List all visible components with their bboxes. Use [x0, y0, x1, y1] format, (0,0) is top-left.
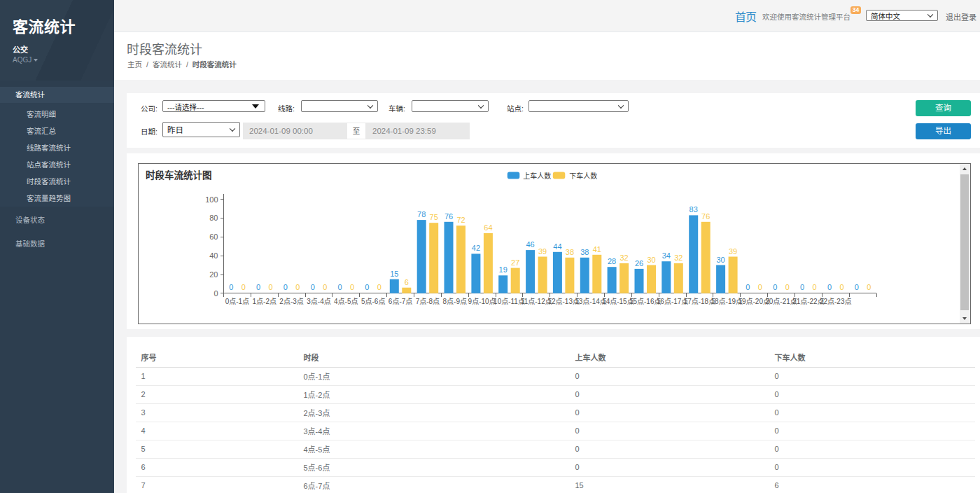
svg-text:0: 0 [350, 282, 354, 291]
svg-text:39: 39 [728, 246, 736, 255]
svg-text:0点-1点: 0点-1点 [225, 297, 248, 305]
svg-text:0: 0 [323, 282, 327, 291]
svg-text:32: 32 [620, 253, 628, 261]
svg-text:20: 20 [209, 270, 218, 279]
svg-text:6: 6 [404, 277, 408, 286]
svg-text:0: 0 [214, 289, 218, 297]
svg-text:0: 0 [800, 282, 804, 291]
svg-text:30: 30 [716, 255, 724, 263]
svg-text:64: 64 [484, 223, 492, 231]
svg-text:78: 78 [417, 210, 426, 218]
svg-text:39: 39 [538, 246, 546, 255]
svg-text:6点-7点: 6点-7点 [388, 297, 412, 305]
svg-text:100: 100 [205, 195, 218, 203]
svg-text:38: 38 [580, 247, 589, 256]
svg-text:0: 0 [377, 282, 381, 291]
svg-text:75: 75 [429, 213, 438, 221]
svg-text:83: 83 [689, 205, 697, 214]
svg-text:46: 46 [526, 240, 534, 249]
svg-text:22点-23点: 22点-23点 [819, 297, 851, 305]
svg-text:26: 26 [634, 258, 643, 267]
svg-text:7点-8点: 7点-8点 [415, 297, 439, 305]
svg-text:0: 0 [255, 282, 260, 291]
svg-text:0: 0 [757, 282, 762, 291]
svg-text:4点-5点: 4点-5点 [334, 297, 358, 305]
svg-text:1点-2点: 1点-2点 [252, 297, 276, 305]
svg-text:0: 0 [827, 282, 831, 291]
svg-text:0: 0 [241, 282, 245, 291]
svg-text:0: 0 [839, 282, 844, 291]
svg-text:38: 38 [565, 247, 573, 256]
svg-text:0: 0 [229, 282, 233, 291]
svg-text:40: 40 [209, 251, 218, 260]
svg-text:76: 76 [444, 211, 452, 220]
svg-text:32: 32 [674, 253, 682, 261]
svg-text:28: 28 [607, 257, 615, 265]
svg-text:5点-6点: 5点-6点 [360, 297, 384, 305]
svg-text:44: 44 [553, 242, 561, 250]
svg-text:0: 0 [337, 282, 342, 291]
svg-text:下车人数: 下车人数 [569, 171, 597, 179]
svg-text:76: 76 [701, 211, 710, 220]
svg-text:0: 0 [268, 282, 272, 291]
svg-text:80: 80 [209, 214, 218, 222]
svg-text:0: 0 [283, 282, 287, 291]
svg-text:时段车流统计图: 时段车流统计图 [146, 169, 212, 180]
svg-text:0: 0 [365, 282, 369, 291]
svg-text:上车人数: 上车人数 [523, 171, 551, 179]
svg-text:30: 30 [647, 255, 655, 263]
svg-text:60: 60 [209, 232, 218, 241]
svg-text:41: 41 [592, 244, 601, 253]
svg-text:9点-10点: 9点-10点 [468, 297, 496, 305]
svg-text:0: 0 [854, 282, 858, 291]
svg-text:0: 0 [310, 282, 314, 291]
svg-text:2点-3点: 2点-3点 [279, 297, 303, 305]
svg-text:0: 0 [773, 282, 777, 291]
svg-text:42: 42 [471, 244, 479, 252]
svg-text:34: 34 [662, 251, 670, 260]
svg-text:3点-4点: 3点-4点 [307, 297, 330, 305]
svg-text:27: 27 [511, 258, 519, 266]
svg-text:0: 0 [867, 282, 871, 291]
svg-text:15: 15 [390, 269, 398, 277]
svg-text:72: 72 [456, 216, 465, 224]
svg-text:0: 0 [295, 282, 300, 291]
svg-text:0: 0 [785, 282, 789, 291]
svg-text:19: 19 [498, 265, 507, 274]
svg-text:0: 0 [746, 282, 750, 291]
svg-text:8点-9点: 8点-9点 [442, 297, 466, 305]
svg-text:0: 0 [812, 282, 816, 291]
